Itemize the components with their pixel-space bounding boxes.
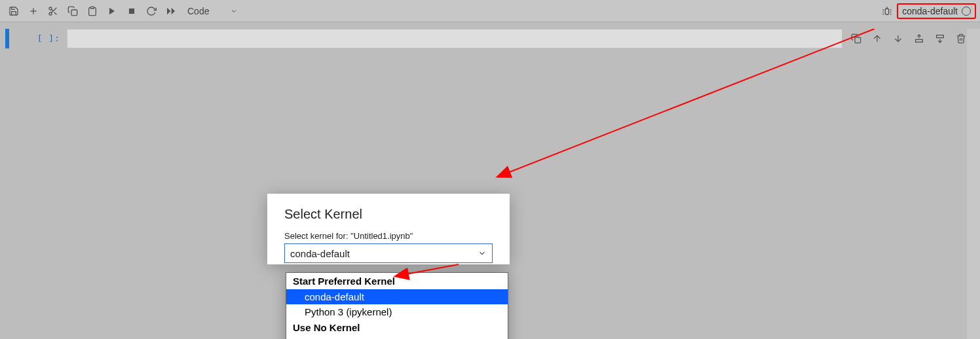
chevron-down-icon xyxy=(230,7,238,15)
svg-marker-12 xyxy=(172,7,175,14)
svg-marker-9 xyxy=(109,7,115,14)
svg-rect-14 xyxy=(855,37,861,43)
dialog-subtitle: Select kernel for: "Untitled1.ipynb" xyxy=(284,231,493,241)
svg-point-2 xyxy=(49,7,52,10)
cell-type-selector[interactable]: Code xyxy=(181,2,244,20)
kernel-option-conda-default[interactable]: conda-default xyxy=(286,289,508,304)
svg-rect-17 xyxy=(916,39,923,42)
svg-rect-8 xyxy=(90,7,94,9)
svg-marker-11 xyxy=(167,7,170,14)
cell-prompt: [ ]: xyxy=(16,29,67,48)
kernel-selector[interactable]: conda-default xyxy=(897,3,976,19)
kernel-dropdown: Start Preferred Kernel conda-default Pyt… xyxy=(286,272,508,339)
svg-line-22 xyxy=(508,29,875,173)
svg-rect-10 xyxy=(129,8,134,13)
kernel-option-no-kernel[interactable]: No Kernel xyxy=(286,336,508,339)
cut-icon[interactable] xyxy=(43,1,63,21)
code-cell[interactable]: [ ]: xyxy=(5,29,975,48)
run-all-icon[interactable] xyxy=(161,1,181,21)
kernel-select-value: conda-default xyxy=(290,248,350,259)
kernel-select-box[interactable]: conda-default xyxy=(284,243,493,263)
insert-above-icon[interactable] xyxy=(912,31,926,46)
paste-icon[interactable] xyxy=(83,1,102,21)
dialog-title: Select Kernel xyxy=(284,207,493,222)
svg-line-5 xyxy=(54,12,57,14)
kernel-option-python3[interactable]: Python 3 (ipykernel) xyxy=(286,304,508,319)
scrollbar-track[interactable] xyxy=(967,29,980,339)
svg-rect-13 xyxy=(885,9,888,14)
cell-input-area[interactable] xyxy=(67,29,842,48)
run-icon[interactable] xyxy=(102,1,122,21)
duplicate-cell-icon[interactable] xyxy=(849,31,863,46)
save-icon[interactable] xyxy=(4,1,24,21)
svg-rect-7 xyxy=(71,10,77,16)
svg-rect-19 xyxy=(937,35,944,38)
svg-point-3 xyxy=(49,12,52,15)
svg-line-6 xyxy=(51,9,53,11)
kernel-name-label: conda-default xyxy=(902,6,958,16)
notebook-toolbar: Code conda-default xyxy=(0,0,980,22)
cell-type-label: Code xyxy=(187,6,209,16)
kernel-group-heading: Start Preferred Kernel xyxy=(286,273,508,289)
chevron-down-icon xyxy=(478,249,487,258)
move-down-icon[interactable] xyxy=(891,31,905,46)
cell-active-indicator xyxy=(5,29,9,48)
select-kernel-dialog: Select Kernel Select kernel for: "Untitl… xyxy=(267,194,510,264)
restart-icon[interactable] xyxy=(141,1,161,21)
kernel-group-heading: Use No Kernel xyxy=(286,319,508,336)
copy-icon[interactable] xyxy=(63,1,83,21)
cell-toolbar xyxy=(842,29,975,48)
notebook-area: [ ]: Select Kernel Select ker xyxy=(0,29,980,339)
kernel-status-icon xyxy=(962,7,971,16)
insert-below-icon[interactable] xyxy=(933,31,947,46)
add-cell-icon[interactable] xyxy=(24,1,43,21)
debugger-icon[interactable] xyxy=(877,1,897,21)
stop-icon[interactable] xyxy=(122,1,141,21)
move-up-icon[interactable] xyxy=(870,31,884,46)
delete-cell-icon[interactable] xyxy=(954,31,968,46)
